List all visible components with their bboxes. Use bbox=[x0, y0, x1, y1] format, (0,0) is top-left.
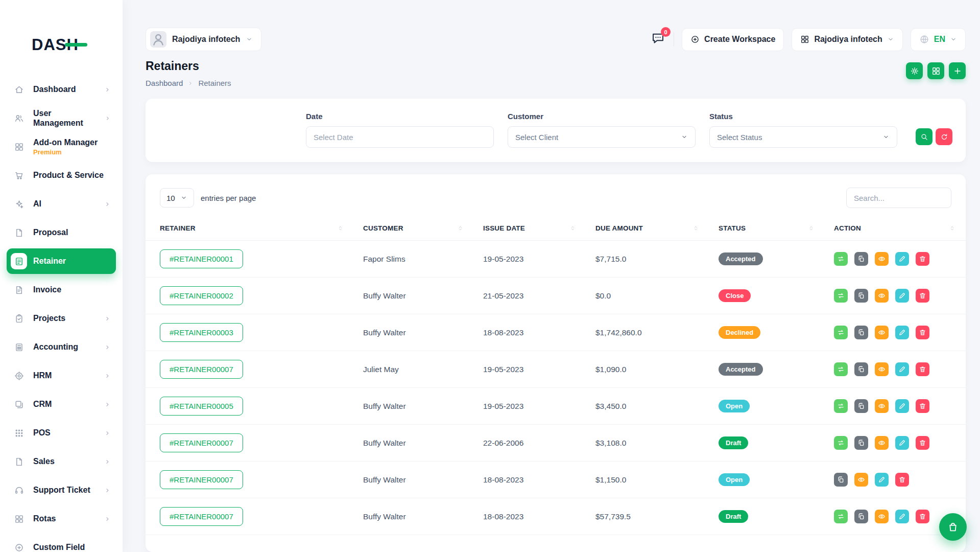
edit-button[interactable] bbox=[895, 436, 909, 450]
sidebar-item-user-management[interactable]: User Management bbox=[7, 105, 116, 131]
sidebar-item-support-ticket[interactable]: Support Ticket bbox=[7, 477, 116, 503]
retainer-number-link[interactable]: #RETAINER00007 bbox=[160, 507, 243, 526]
edit-button[interactable] bbox=[895, 252, 909, 266]
sidebar-item-sales[interactable]: Sales bbox=[7, 449, 116, 474]
reset-filter-button[interactable] bbox=[936, 128, 952, 145]
edit-button[interactable] bbox=[875, 473, 889, 487]
sidebar-item-invoice[interactable]: Invoice bbox=[7, 277, 116, 303]
entries-per-page-select[interactable]: 10 bbox=[160, 188, 194, 208]
sidebar-item-proposal[interactable]: Proposal bbox=[7, 220, 116, 245]
sidebar-item-retainer[interactable]: Retainer bbox=[7, 248, 116, 274]
table-row: #RETAINER00007Buffy Walter18-08-2023$1,1… bbox=[146, 462, 966, 498]
edit-button[interactable] bbox=[895, 289, 909, 303]
sort-icon[interactable] bbox=[808, 225, 815, 232]
table-search-input[interactable] bbox=[846, 188, 951, 208]
sidebar-item-dashboard[interactable]: Dashboard bbox=[7, 77, 116, 102]
delete-button[interactable] bbox=[916, 326, 929, 339]
language-selector[interactable]: EN bbox=[911, 28, 966, 51]
delete-button[interactable] bbox=[895, 473, 909, 487]
due-amount-cell: $3,450.0 bbox=[595, 388, 719, 425]
delete-button[interactable] bbox=[916, 252, 929, 266]
apply-filter-button[interactable] bbox=[916, 128, 933, 145]
view-button[interactable] bbox=[875, 510, 889, 523]
duplicate-button[interactable] bbox=[854, 362, 868, 376]
convert-button[interactable] bbox=[834, 252, 848, 266]
duplicate-button[interactable] bbox=[854, 289, 868, 303]
floating-cart-button[interactable] bbox=[939, 513, 967, 541]
sort-icon[interactable] bbox=[692, 225, 699, 232]
plus-circle-icon bbox=[690, 35, 700, 44]
view-button[interactable] bbox=[854, 473, 868, 487]
sales-doc-icon bbox=[11, 453, 27, 470]
duplicate-button[interactable] bbox=[854, 252, 868, 266]
view-button[interactable] bbox=[875, 326, 889, 339]
add-retainer-button[interactable] bbox=[949, 62, 966, 79]
view-button[interactable] bbox=[875, 399, 889, 413]
grid-view-button[interactable] bbox=[927, 62, 944, 79]
retainer-number-link[interactable]: #RETAINER00001 bbox=[160, 249, 243, 268]
brand-logo[interactable]: DASH bbox=[32, 36, 79, 54]
convert-button[interactable] bbox=[834, 399, 848, 413]
delete-button[interactable] bbox=[916, 289, 929, 303]
sort-icon[interactable] bbox=[337, 225, 344, 232]
edit-button[interactable] bbox=[895, 510, 909, 523]
view-button[interactable] bbox=[875, 252, 889, 266]
retainer-number-link[interactable]: #RETAINER00007 bbox=[160, 360, 243, 379]
sidebar-item-projects[interactable]: Projects bbox=[7, 306, 116, 331]
duplicate-button[interactable] bbox=[854, 326, 868, 339]
sidebar-item-crm[interactable]: CRM bbox=[7, 392, 116, 417]
sort-icon[interactable] bbox=[569, 225, 576, 232]
convert-button[interactable] bbox=[834, 289, 848, 303]
edit-button[interactable] bbox=[895, 362, 909, 376]
view-button[interactable] bbox=[875, 289, 889, 303]
convert-button[interactable] bbox=[834, 362, 848, 376]
delete-button[interactable] bbox=[916, 399, 929, 413]
invoice-icon bbox=[11, 282, 27, 298]
retainer-number-link[interactable]: #RETAINER00007 bbox=[160, 433, 243, 452]
convert-button[interactable] bbox=[834, 436, 848, 450]
company-selector[interactable]: Rajodiya infotech bbox=[792, 28, 902, 51]
date-filter-input[interactable] bbox=[306, 126, 494, 148]
duplicate-button[interactable] bbox=[854, 510, 868, 523]
sort-icon[interactable] bbox=[457, 225, 464, 232]
customer-filter-select[interactable]: Select Client bbox=[508, 126, 696, 148]
breadcrumb-dashboard-link[interactable]: Dashboard bbox=[146, 79, 183, 87]
sidebar-item-accounting[interactable]: Accounting bbox=[7, 334, 116, 360]
workspace-selector[interactable]: Rajodiya infotech bbox=[146, 28, 261, 51]
eye-icon bbox=[878, 439, 886, 447]
delete-button[interactable] bbox=[916, 510, 929, 523]
sort-icon[interactable] bbox=[949, 225, 955, 232]
retainer-number-link[interactable]: #RETAINER00005 bbox=[160, 397, 243, 416]
chevron-down-icon bbox=[887, 36, 894, 43]
duplicate-button[interactable] bbox=[854, 436, 868, 450]
sidebar-item-add-on-manager[interactable]: Add-on ManagerPremium bbox=[7, 134, 116, 159]
messages-button[interactable]: 0 bbox=[650, 31, 666, 48]
sidebar-item-hrm[interactable]: HRM bbox=[7, 363, 116, 388]
settings-button[interactable] bbox=[906, 62, 923, 79]
edit-button[interactable] bbox=[895, 399, 909, 413]
sidebar-item-ai[interactable]: AI bbox=[7, 191, 116, 217]
view-button[interactable] bbox=[875, 362, 889, 376]
view-button[interactable] bbox=[875, 436, 889, 450]
row-actions bbox=[834, 326, 966, 339]
status-filter-select[interactable]: Select Status bbox=[709, 126, 897, 148]
sidebar-item-pos[interactable]: POS bbox=[7, 420, 116, 446]
status-badge: Declined bbox=[719, 326, 760, 339]
duplicate-button[interactable] bbox=[834, 473, 848, 487]
retainer-number-link[interactable]: #RETAINER00007 bbox=[160, 470, 243, 489]
retainer-table-card: 10 entries per page RETAINER CUSTOMER IS… bbox=[146, 174, 966, 552]
table-toolbar: 10 entries per page bbox=[146, 188, 966, 208]
create-workspace-button[interactable]: Create Workspace bbox=[682, 28, 784, 51]
delete-button[interactable] bbox=[916, 436, 929, 450]
delete-button[interactable] bbox=[916, 362, 929, 376]
retainer-number-link[interactable]: #RETAINER00002 bbox=[160, 286, 243, 305]
sidebar-item-product-service[interactable]: Product & Service bbox=[7, 163, 116, 188]
edit-button[interactable] bbox=[895, 326, 909, 339]
sidebar-item-rotas[interactable]: Rotas bbox=[7, 506, 116, 532]
retainer-number-link[interactable]: #RETAINER00003 bbox=[160, 323, 243, 342]
duplicate-button[interactable] bbox=[854, 399, 868, 413]
sidebar-item-custom-field[interactable]: Custom Field bbox=[7, 535, 116, 552]
convert-button[interactable] bbox=[834, 510, 848, 523]
column-header-status: STATUS bbox=[719, 224, 746, 232]
convert-button[interactable] bbox=[834, 326, 848, 339]
